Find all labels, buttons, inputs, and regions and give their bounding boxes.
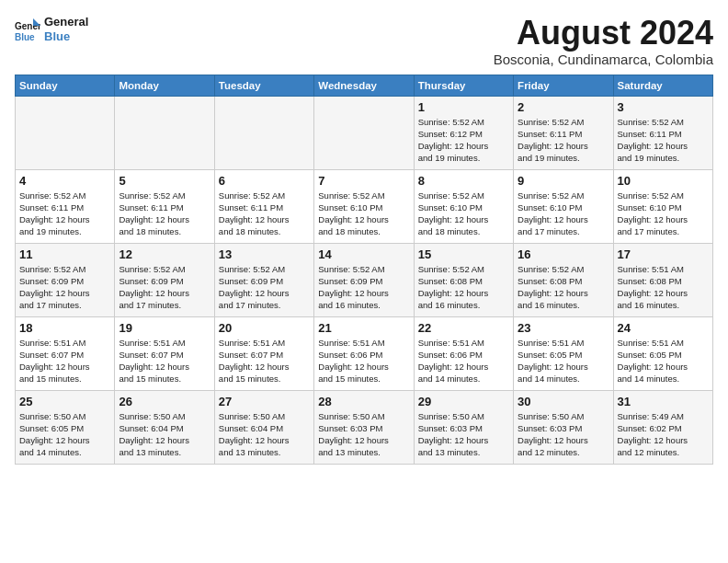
calendar-cell: 20Sunrise: 5:51 AM Sunset: 6:07 PM Dayli… xyxy=(214,316,313,390)
day-info: Sunrise: 5:52 AM Sunset: 6:11 PM Dayligh… xyxy=(618,116,709,165)
calendar-cell xyxy=(115,96,214,169)
calendar-cell xyxy=(214,96,313,169)
calendar-week-row: 4Sunrise: 5:52 AM Sunset: 6:11 PM Daylig… xyxy=(16,169,713,243)
calendar-cell: 10Sunrise: 5:52 AM Sunset: 6:10 PM Dayli… xyxy=(613,169,712,243)
calendar-cell: 2Sunrise: 5:52 AM Sunset: 6:11 PM Daylig… xyxy=(514,96,613,169)
day-info: Sunrise: 5:52 AM Sunset: 6:10 PM Dayligh… xyxy=(418,190,509,238)
calendar-cell: 27Sunrise: 5:50 AM Sunset: 6:04 PM Dayli… xyxy=(214,390,313,464)
day-number: 13 xyxy=(219,247,310,261)
day-info: Sunrise: 5:50 AM Sunset: 6:03 PM Dayligh… xyxy=(318,410,409,459)
calendar-cell: 26Sunrise: 5:50 AM Sunset: 6:04 PM Dayli… xyxy=(115,390,214,464)
calendar-cell: 8Sunrise: 5:52 AM Sunset: 6:10 PM Daylig… xyxy=(414,169,513,243)
calendar-cell: 7Sunrise: 5:52 AM Sunset: 6:10 PM Daylig… xyxy=(314,169,414,243)
calendar-cell: 16Sunrise: 5:52 AM Sunset: 6:08 PM Dayli… xyxy=(514,243,613,316)
day-info: Sunrise: 5:52 AM Sunset: 6:11 PM Dayligh… xyxy=(119,190,210,238)
day-info: Sunrise: 5:51 AM Sunset: 6:06 PM Dayligh… xyxy=(418,337,509,385)
svg-text:Blue: Blue xyxy=(15,32,35,42)
day-info: Sunrise: 5:49 AM Sunset: 6:02 PM Dayligh… xyxy=(618,410,709,459)
day-info: Sunrise: 5:50 AM Sunset: 6:03 PM Dayligh… xyxy=(418,410,509,459)
title-area: August 2024 Bosconia, Cundinamarca, Colo… xyxy=(494,15,713,67)
day-number: 10 xyxy=(618,174,709,188)
day-number: 1 xyxy=(418,100,509,114)
calendar-week-row: 11Sunrise: 5:52 AM Sunset: 6:09 PM Dayli… xyxy=(16,243,713,316)
day-number: 21 xyxy=(318,321,409,335)
day-number: 25 xyxy=(19,395,110,408)
col-header-friday: Friday xyxy=(514,75,613,96)
calendar-cell: 29Sunrise: 5:50 AM Sunset: 6:03 PM Dayli… xyxy=(414,390,513,464)
calendar-cell: 17Sunrise: 5:51 AM Sunset: 6:08 PM Dayli… xyxy=(613,243,712,316)
day-info: Sunrise: 5:52 AM Sunset: 6:10 PM Dayligh… xyxy=(518,190,609,238)
calendar-cell: 25Sunrise: 5:50 AM Sunset: 6:05 PM Dayli… xyxy=(16,390,115,464)
calendar-header-row: SundayMondayTuesdayWednesdayThursdayFrid… xyxy=(16,75,713,96)
calendar-cell: 5Sunrise: 5:52 AM Sunset: 6:11 PM Daylig… xyxy=(115,169,214,243)
location-subtitle: Bosconia, Cundinamarca, Colombia xyxy=(494,52,713,67)
day-number: 6 xyxy=(219,174,310,188)
day-number: 2 xyxy=(518,100,609,114)
calendar-cell xyxy=(16,96,115,169)
day-info: Sunrise: 5:51 AM Sunset: 6:08 PM Dayligh… xyxy=(618,263,709,312)
day-number: 15 xyxy=(418,247,509,261)
day-info: Sunrise: 5:51 AM Sunset: 6:05 PM Dayligh… xyxy=(518,337,609,385)
calendar-cell: 13Sunrise: 5:52 AM Sunset: 6:09 PM Dayli… xyxy=(214,243,313,316)
day-number: 28 xyxy=(318,395,409,408)
day-number: 12 xyxy=(119,247,210,261)
calendar-cell: 11Sunrise: 5:52 AM Sunset: 6:09 PM Dayli… xyxy=(16,243,115,316)
day-number: 23 xyxy=(518,321,609,335)
day-number: 30 xyxy=(518,395,609,408)
day-info: Sunrise: 5:52 AM Sunset: 6:11 PM Dayligh… xyxy=(219,190,310,238)
day-info: Sunrise: 5:50 AM Sunset: 6:04 PM Dayligh… xyxy=(219,410,310,459)
calendar-week-row: 1Sunrise: 5:52 AM Sunset: 6:12 PM Daylig… xyxy=(16,96,713,169)
calendar-cell: 30Sunrise: 5:50 AM Sunset: 6:03 PM Dayli… xyxy=(514,390,613,464)
calendar-table: SundayMondayTuesdayWednesdayThursdayFrid… xyxy=(15,75,713,465)
col-header-monday: Monday xyxy=(115,75,214,96)
calendar-cell: 31Sunrise: 5:49 AM Sunset: 6:02 PM Dayli… xyxy=(613,390,712,464)
day-info: Sunrise: 5:52 AM Sunset: 6:11 PM Dayligh… xyxy=(19,190,110,238)
logo-text-general: General xyxy=(44,15,88,29)
day-info: Sunrise: 5:52 AM Sunset: 6:09 PM Dayligh… xyxy=(318,263,409,312)
day-info: Sunrise: 5:50 AM Sunset: 6:05 PM Dayligh… xyxy=(19,410,110,459)
day-number: 22 xyxy=(418,321,509,335)
day-info: Sunrise: 5:52 AM Sunset: 6:10 PM Dayligh… xyxy=(618,190,709,238)
day-info: Sunrise: 5:51 AM Sunset: 6:06 PM Dayligh… xyxy=(318,337,409,385)
day-info: Sunrise: 5:52 AM Sunset: 6:08 PM Dayligh… xyxy=(418,263,509,312)
calendar-cell: 24Sunrise: 5:51 AM Sunset: 6:05 PM Dayli… xyxy=(613,316,712,390)
day-number: 20 xyxy=(219,321,310,335)
day-number: 31 xyxy=(618,395,709,408)
day-number: 11 xyxy=(19,247,110,261)
day-number: 4 xyxy=(19,174,110,188)
day-info: Sunrise: 5:51 AM Sunset: 6:05 PM Dayligh… xyxy=(618,337,709,385)
day-info: Sunrise: 5:50 AM Sunset: 6:03 PM Dayligh… xyxy=(518,410,609,459)
col-header-thursday: Thursday xyxy=(414,75,513,96)
day-number: 3 xyxy=(618,100,709,114)
calendar-cell: 15Sunrise: 5:52 AM Sunset: 6:08 PM Dayli… xyxy=(414,243,513,316)
calendar-week-row: 18Sunrise: 5:51 AM Sunset: 6:07 PM Dayli… xyxy=(16,316,713,390)
day-info: Sunrise: 5:52 AM Sunset: 6:11 PM Dayligh… xyxy=(518,116,609,165)
logo-text-blue: Blue xyxy=(44,29,70,43)
calendar-cell: 21Sunrise: 5:51 AM Sunset: 6:06 PM Dayli… xyxy=(314,316,414,390)
calendar-cell: 28Sunrise: 5:50 AM Sunset: 6:03 PM Dayli… xyxy=(314,390,414,464)
logo: General Blue General Blue xyxy=(15,15,88,43)
calendar-cell: 1Sunrise: 5:52 AM Sunset: 6:12 PM Daylig… xyxy=(414,96,513,169)
calendar-cell: 9Sunrise: 5:52 AM Sunset: 6:10 PM Daylig… xyxy=(514,169,613,243)
day-number: 14 xyxy=(318,247,409,261)
calendar-cell: 4Sunrise: 5:52 AM Sunset: 6:11 PM Daylig… xyxy=(16,169,115,243)
day-info: Sunrise: 5:52 AM Sunset: 6:10 PM Dayligh… xyxy=(318,190,409,238)
day-info: Sunrise: 5:51 AM Sunset: 6:07 PM Dayligh… xyxy=(219,337,310,385)
calendar-cell: 3Sunrise: 5:52 AM Sunset: 6:11 PM Daylig… xyxy=(613,96,712,169)
day-number: 24 xyxy=(618,321,709,335)
col-header-sunday: Sunday xyxy=(16,75,115,96)
day-info: Sunrise: 5:52 AM Sunset: 6:09 PM Dayligh… xyxy=(219,263,310,312)
calendar-cell: 19Sunrise: 5:51 AM Sunset: 6:07 PM Dayli… xyxy=(115,316,214,390)
day-number: 17 xyxy=(618,247,709,261)
calendar-cell: 6Sunrise: 5:52 AM Sunset: 6:11 PM Daylig… xyxy=(214,169,313,243)
col-header-saturday: Saturday xyxy=(613,75,712,96)
day-number: 18 xyxy=(19,321,110,335)
day-number: 9 xyxy=(518,174,609,188)
day-number: 29 xyxy=(418,395,509,408)
calendar-week-row: 25Sunrise: 5:50 AM Sunset: 6:05 PM Dayli… xyxy=(16,390,713,464)
day-info: Sunrise: 5:52 AM Sunset: 6:12 PM Dayligh… xyxy=(418,116,509,165)
logo-icon: General Blue xyxy=(15,17,40,42)
day-info: Sunrise: 5:50 AM Sunset: 6:04 PM Dayligh… xyxy=(119,410,210,459)
calendar-cell: 22Sunrise: 5:51 AM Sunset: 6:06 PM Dayli… xyxy=(414,316,513,390)
day-number: 8 xyxy=(418,174,509,188)
